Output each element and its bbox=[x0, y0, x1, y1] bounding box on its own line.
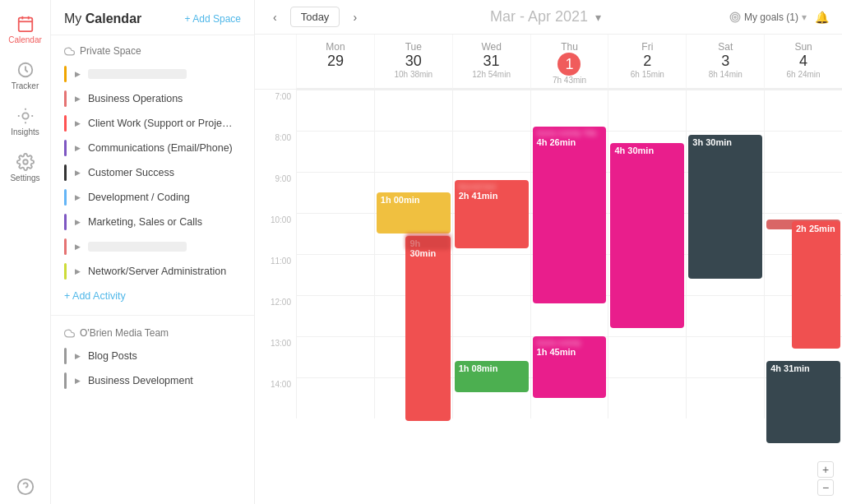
play-icon[interactable]: ▶ bbox=[72, 118, 83, 129]
space-item-client-work[interactable]: ▶ Client Work (Support or Proje… bbox=[51, 111, 254, 136]
day-col-thu: Some Activity Title 4h 26min Some Activi… bbox=[530, 90, 608, 418]
event-wed-green[interactable]: 1h 08min bbox=[455, 361, 529, 392]
hour-slot bbox=[297, 172, 374, 213]
hour-slot bbox=[297, 377, 374, 418]
play-icon[interactable]: ▶ bbox=[72, 216, 83, 228]
day-col-sun: 2h 25min 4h 31min bbox=[764, 90, 842, 418]
event-sat-dark[interactable]: 3h 30min bbox=[688, 135, 762, 279]
color-dot bbox=[64, 115, 67, 132]
day-col-mon bbox=[296, 90, 374, 418]
play-icon[interactable]: ▶ bbox=[72, 192, 83, 203]
team-section: O'Brien Media Team ▶ Blog Posts ▶ Busine… bbox=[51, 315, 254, 393]
hour-slot bbox=[297, 90, 374, 131]
hour-slot bbox=[297, 295, 374, 336]
calendar-toolbar: ‹ Today › Mar - Apr 2021 ▾ My goals (1) … bbox=[255, 0, 842, 35]
space-item-customer-success[interactable]: ▶ Customer Success bbox=[51, 160, 254, 185]
sidebar-calendar-label: Calendar bbox=[8, 35, 42, 44]
day-header-fri: Fri 2 6h 15min bbox=[608, 35, 686, 89]
svg-point-10 bbox=[734, 16, 736, 17]
hour-slot bbox=[297, 254, 374, 295]
dropdown-icon[interactable]: ▾ bbox=[595, 11, 601, 24]
space-item-blurred2[interactable]: ▶ bbox=[51, 234, 254, 259]
day-col-wed: blurred text 2h 41min 1h 08min bbox=[452, 90, 530, 418]
sidebar-item-insights[interactable]: Insights bbox=[0, 100, 50, 143]
sidebar-item-calendar[interactable]: Calendar bbox=[0, 8, 50, 51]
event-wed-red[interactable]: blurred text 2h 41min bbox=[455, 180, 529, 248]
next-button[interactable]: › bbox=[348, 9, 362, 25]
time-labels-col: 7:00 8:00 9:00 10:00 11:00 12:00 13:00 1… bbox=[255, 90, 296, 418]
day-header-tue: Tue 30 10h 38min bbox=[374, 35, 452, 89]
play-icon[interactable]: ▶ bbox=[72, 93, 83, 104]
today-button[interactable]: Today bbox=[290, 7, 340, 27]
hour-slot bbox=[687, 295, 764, 336]
hour-slot bbox=[453, 131, 530, 172]
hour-slot bbox=[608, 90, 686, 131]
event-thu-pink-tall[interactable]: Some Activity Title 4h 26min bbox=[533, 127, 607, 303]
color-dot bbox=[64, 372, 67, 389]
time-header-spacer bbox=[255, 35, 296, 89]
hour-slot bbox=[453, 295, 530, 336]
day-header-mon: Mon 29 bbox=[296, 35, 374, 89]
play-icon[interactable]: ▶ bbox=[72, 68, 83, 80]
bell-icon[interactable]: 🔔 bbox=[815, 11, 829, 24]
space-item-communications[interactable]: ▶ Communications (Email/Phone) bbox=[51, 136, 254, 160]
space-item-network[interactable]: ▶ Network/Server Administration bbox=[51, 259, 254, 284]
hour-slot bbox=[375, 131, 452, 172]
play-icon[interactable]: ▶ bbox=[72, 266, 83, 277]
event-thu-pink-bottom[interactable]: Some Activity 1h 45min bbox=[533, 336, 607, 398]
event-sun-red[interactable]: 2h 25min bbox=[792, 221, 840, 349]
calendar-title: Mar - Apr 2021 ▾ bbox=[490, 8, 601, 25]
space-item-blog-posts[interactable]: ▶ Blog Posts bbox=[51, 344, 254, 368]
event-fri-pink[interactable]: 4h 30min bbox=[610, 143, 684, 328]
event-tue-red-top[interactable] bbox=[405, 234, 450, 250]
goals-button[interactable]: My goals (1) ▾ bbox=[729, 12, 807, 23]
day-col-tue: 1h 00min 9h 30min bbox=[374, 90, 452, 418]
add-activity-button[interactable]: + Add Activity bbox=[51, 284, 254, 308]
time-label-7: 7:00 bbox=[255, 90, 296, 131]
svg-rect-0 bbox=[18, 18, 32, 31]
event-tue-yellow[interactable]: 1h 00min bbox=[377, 192, 451, 234]
calendar-grid-wrapper[interactable]: Mon 29 Tue 30 10h 38min Wed 31 12h 54min… bbox=[255, 35, 842, 504]
sidebar-item-help[interactable] bbox=[0, 471, 50, 504]
play-icon[interactable]: ▶ bbox=[72, 375, 83, 386]
space-panel-title: My Calendar bbox=[64, 12, 141, 26]
prev-button[interactable]: ‹ bbox=[268, 9, 282, 25]
hour-slot bbox=[297, 131, 374, 172]
space-item-blurred1[interactable]: ▶ bbox=[51, 62, 254, 86]
color-dot bbox=[64, 189, 67, 206]
hour-slot bbox=[765, 172, 842, 213]
sidebar-item-tracker[interactable]: Tracker bbox=[0, 54, 50, 97]
event-tue-red[interactable]: 9h 30min bbox=[405, 236, 450, 421]
goals-icon bbox=[729, 12, 741, 23]
zoom-in-button[interactable]: + bbox=[817, 461, 834, 478]
space-item-business-dev[interactable]: ▶ Business Development bbox=[51, 368, 254, 393]
hour-slot bbox=[765, 90, 842, 131]
play-icon[interactable]: ▶ bbox=[72, 350, 83, 362]
day-col-sat: 3h 30min bbox=[686, 90, 764, 418]
play-icon[interactable]: ▶ bbox=[72, 167, 83, 178]
hour-slot bbox=[687, 377, 764, 418]
sidebar-item-settings[interactable]: Settings bbox=[0, 146, 50, 189]
time-label-12: 12:00 bbox=[255, 295, 296, 336]
time-label-10: 10:00 bbox=[255, 213, 296, 254]
day-col-fri: 4h 30min bbox=[608, 90, 686, 418]
svg-point-6 bbox=[23, 160, 28, 164]
hour-slot bbox=[531, 90, 608, 131]
play-icon[interactable]: ▶ bbox=[72, 142, 83, 154]
color-dot bbox=[64, 214, 67, 230]
space-panel-header: My Calendar + Add Space bbox=[51, 0, 254, 35]
day-header-sun: Sun 4 6h 24min bbox=[764, 35, 842, 89]
time-label-13: 13:00 bbox=[255, 336, 296, 377]
color-dot bbox=[64, 164, 67, 181]
space-item-development[interactable]: ▶ Development / Coding bbox=[51, 185, 254, 210]
color-dot bbox=[64, 238, 67, 255]
add-space-button[interactable]: + Add Space bbox=[185, 13, 241, 25]
zoom-out-button[interactable]: − bbox=[817, 479, 834, 496]
color-dot bbox=[64, 348, 67, 364]
sidebar-tracker-label: Tracker bbox=[12, 81, 39, 90]
space-item-marketing[interactable]: ▶ Marketing, Sales or Calls bbox=[51, 210, 254, 234]
time-label-8: 8:00 bbox=[255, 131, 296, 172]
event-sun-dark[interactable]: 4h 31min bbox=[766, 361, 840, 443]
play-icon[interactable]: ▶ bbox=[72, 241, 83, 252]
space-item-business-ops[interactable]: ▶ Business Operations bbox=[51, 86, 254, 111]
